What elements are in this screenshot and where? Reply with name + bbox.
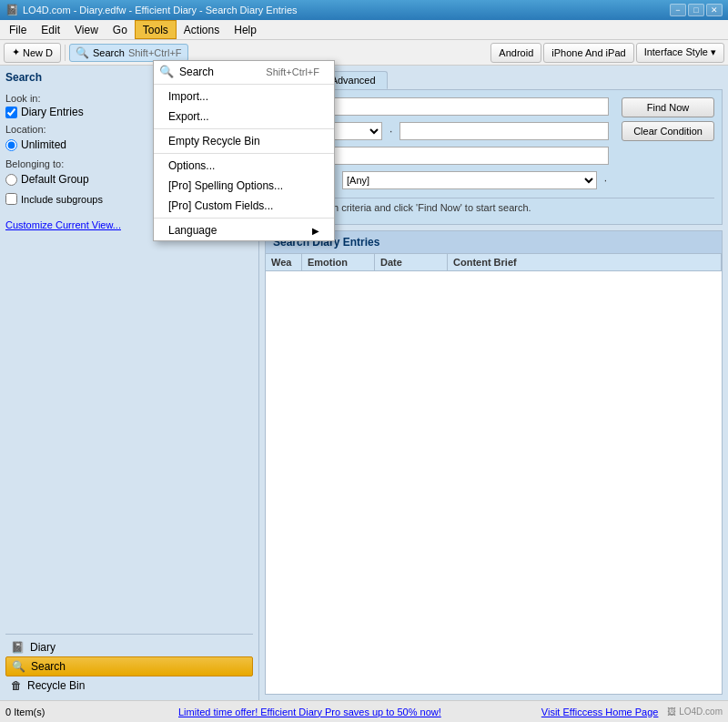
menu-file[interactable]: File <box>2 20 34 39</box>
menu-tools[interactable]: Tools <box>135 20 177 39</box>
import-label: Import... <box>168 90 208 103</box>
results-columns: Wea Emotion Date Content Brief <box>266 254 722 271</box>
toolbar-separator <box>65 45 66 61</box>
include-subgroups-checkbox[interactable] <box>5 193 17 205</box>
close-button[interactable]: ✕ <box>706 4 723 16</box>
unlimited-radio[interactable] <box>5 139 17 151</box>
tools-dropdown-menu: 🔍 Search Shift+Ctrl+F Import... Export..… <box>153 60 335 241</box>
options-label: Options... <box>168 159 215 172</box>
lo4d-logo: 🖼 LO4D.com <box>667 707 723 717</box>
maximize-button[interactable]: □ <box>688 4 704 16</box>
recycle-bin-nav-icon: 🗑 <box>11 679 22 692</box>
new-icon: ✦ <box>12 46 20 58</box>
nav-recycle-bin[interactable]: 🗑 Recycle Bin <box>5 676 253 695</box>
title-bar: 📓 LO4D.com - Diary.edfw - Efficient Diar… <box>0 0 728 20</box>
menu-bar: File Edit View Go Tools Actions Help <box>0 20 728 40</box>
status-bar: 0 Item(s) Limited time offer! Efficient … <box>0 700 728 722</box>
search-toolbar-icon: 🔍 <box>76 46 89 59</box>
diary-nav-label: Diary <box>30 641 56 654</box>
col-content: Content Brief <box>448 254 722 270</box>
spelling-label: [Pro] Spelling Options... <box>168 179 283 192</box>
menu-help[interactable]: Help <box>227 20 264 39</box>
default-group-radio[interactable] <box>5 174 17 186</box>
results-area: Search Diary Entries Wea Emotion Date Co… <box>265 230 723 695</box>
nav-section: 📓 Diary 🔍 Search 🗑 Recycle Bin <box>5 634 253 695</box>
condition-select[interactable]: [Any] <box>342 171 597 189</box>
item-count: 0 Item(s) <box>5 707 78 717</box>
visit-link[interactable]: Visit Efficcess Home Page <box>541 707 659 717</box>
menu-item-empty-recycle[interactable]: Empty Recycle Bin <box>154 131 334 151</box>
custom-fields-label: [Pro] Custom Fields... <box>168 199 273 212</box>
window-title: 📓 LO4D.com - Diary.edfw - Efficient Diar… <box>5 4 298 16</box>
col-weather: Wea <box>266 254 302 270</box>
offer-text: Limited time offer! Efficient Diary Pro … <box>87 707 532 717</box>
menu-divider-3 <box>154 153 334 154</box>
col-emotion: Emotion <box>302 254 375 270</box>
menu-item-import[interactable]: Import... <box>154 86 334 107</box>
menu-item-export[interactable]: Export... <box>154 107 334 127</box>
menu-item-custom-fields[interactable]: [Pro] Custom Fields... <box>154 196 334 216</box>
col-date: Date <box>375 254 448 270</box>
main-container: Search Look in: Diary Entries Location: … <box>0 66 728 700</box>
menu-item-search[interactable]: 🔍 Search Shift+Ctrl+F <box>154 61 334 82</box>
android-tab[interactable]: Android <box>490 43 541 63</box>
search-nav-icon: 🔍 <box>12 660 25 673</box>
window-controls: − □ ✕ <box>670 4 723 16</box>
default-group-label: Default Group <box>21 173 89 186</box>
search-shortcut-label: Shift+Ctrl+F <box>266 66 319 77</box>
toolbar: ✦ New D 🔍 Search Shift+Ctrl+F Android iP… <box>0 40 728 66</box>
empty-recycle-label: Empty Recycle Bin <box>168 135 260 147</box>
menu-edit[interactable]: Edit <box>34 20 67 39</box>
contains-text-input[interactable] <box>399 122 609 140</box>
menu-divider-4 <box>154 218 334 219</box>
export-label: Export... <box>168 110 209 123</box>
menu-actions[interactable]: Actions <box>177 20 227 39</box>
menu-item-language[interactable]: Language ▶ <box>154 220 334 240</box>
menu-item-options[interactable]: Options... <box>154 156 334 176</box>
nav-diary[interactable]: 📓 Diary <box>5 638 253 656</box>
find-now-button[interactable]: Find Now <box>622 97 714 117</box>
minimize-button[interactable]: − <box>670 4 686 16</box>
action-buttons: Find Now Clear Condition <box>622 97 714 141</box>
language-arrow-icon: ▶ <box>312 226 319 236</box>
search-button[interactable]: 🔍 Search Shift+Ctrl+F <box>69 44 188 62</box>
iphone-tab[interactable]: iPhone And iPad <box>543 43 633 63</box>
app-icon: 📓 <box>5 4 19 16</box>
results-body <box>266 271 722 694</box>
menu-item-spelling[interactable]: [Pro] Spelling Options... <box>154 176 334 196</box>
nav-search[interactable]: 🔍 Search <box>5 656 253 676</box>
menu-divider-1 <box>154 84 334 85</box>
title-text: LO4D.com - Diary.edfw - Efficient Diary … <box>23 5 298 15</box>
search-hint: Specify search criteria and click 'Find … <box>273 198 714 217</box>
menu-view[interactable]: View <box>67 20 106 39</box>
search-menu-label: Search <box>179 66 214 78</box>
condition-sep: · <box>602 174 609 187</box>
new-entry-button[interactable]: ✦ New D <box>4 43 61 63</box>
clear-condition-button[interactable]: Clear Condition <box>622 121 714 141</box>
search-nav-label: Search <box>31 660 66 673</box>
unlimited-label: Unlimited <box>21 138 66 151</box>
search-menu-icon: 🔍 <box>159 65 174 78</box>
include-subgroups-label: Include subgroups <box>21 194 103 205</box>
diary-entries-checkbox[interactable] <box>5 107 17 118</box>
language-label: Language <box>168 224 217 237</box>
diary-entries-label: Diary Entries <box>21 106 84 118</box>
diary-nav-icon: 📓 <box>11 641 25 654</box>
menu-go[interactable]: Go <box>106 20 135 39</box>
search-shortcut: Shift+Ctrl+F <box>128 47 182 58</box>
contains-sep: · <box>388 125 394 137</box>
menu-divider-2 <box>154 128 334 129</box>
offer-link[interactable]: Limited time offer! Efficient Diary Pro … <box>178 707 441 717</box>
recycle-bin-nav-label: Recycle Bin <box>27 679 85 692</box>
interface-style-tab[interactable]: Interface Style ▾ <box>636 43 724 63</box>
